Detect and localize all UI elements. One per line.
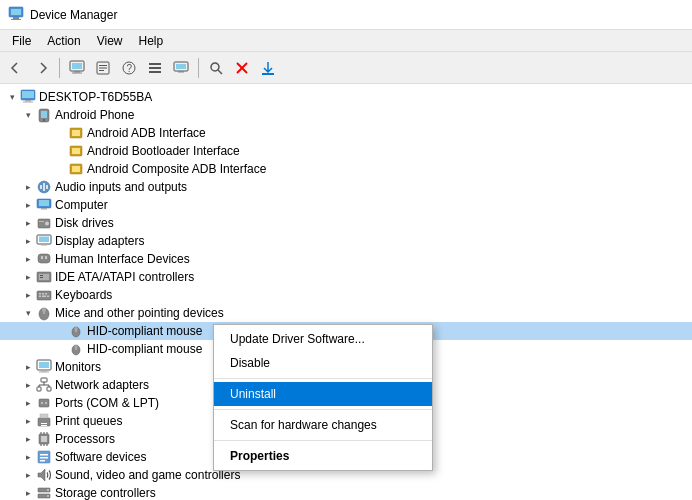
network-icon bbox=[36, 377, 52, 393]
mice-icon bbox=[36, 305, 52, 321]
tree-item-disk[interactable]: ▸ Disk drives bbox=[0, 214, 692, 232]
svg-line-21 bbox=[218, 70, 222, 74]
display-icon bbox=[36, 233, 52, 249]
mouse-device-icon bbox=[68, 323, 84, 339]
forward-button[interactable] bbox=[30, 56, 54, 80]
toolbar: ? bbox=[0, 52, 692, 84]
processors-label: Processors bbox=[55, 432, 115, 446]
context-properties[interactable]: Properties bbox=[214, 444, 432, 468]
help-button[interactable]: ? bbox=[117, 56, 141, 80]
svg-rect-100 bbox=[40, 460, 45, 462]
monitors-label: Monitors bbox=[55, 360, 101, 374]
svg-text:?: ? bbox=[127, 63, 133, 74]
tree-item-display[interactable]: ▸ Display adapters bbox=[0, 232, 692, 250]
svg-rect-15 bbox=[149, 67, 161, 69]
title-bar: Device Manager bbox=[0, 0, 692, 30]
audio-label: Audio inputs and outputs bbox=[55, 180, 187, 194]
svg-point-43 bbox=[45, 222, 49, 226]
bootloader-icon bbox=[68, 143, 84, 159]
keyboard-icon bbox=[36, 287, 52, 303]
svg-rect-56 bbox=[39, 293, 41, 295]
properties-button[interactable] bbox=[91, 56, 115, 80]
tree-item-composite[interactable]: ▸ Android Composite ADB Interface bbox=[0, 160, 692, 178]
expand-icon: ▸ bbox=[20, 467, 36, 483]
storage-label: Storage controllers bbox=[55, 486, 156, 500]
scan-button[interactable] bbox=[204, 56, 228, 80]
tree-item-android[interactable]: ▾ Android Phone bbox=[0, 106, 692, 124]
tree-item-hid[interactable]: ▸ Human Interface Devices bbox=[0, 250, 692, 268]
tree-item-keyboards[interactable]: ▸ Keyboards bbox=[0, 286, 692, 304]
root-label: DESKTOP-T6D55BA bbox=[39, 90, 152, 104]
ports-icon bbox=[36, 395, 52, 411]
tree-item-computer[interactable]: ▸ Computer bbox=[0, 196, 692, 214]
tree-item-adb[interactable]: ▸ Android ADB Interface bbox=[0, 124, 692, 142]
expand-icon: ▸ bbox=[20, 395, 36, 411]
svg-rect-11 bbox=[99, 70, 104, 71]
adb-icon bbox=[68, 125, 84, 141]
svg-rect-87 bbox=[41, 423, 47, 424]
svg-rect-53 bbox=[40, 275, 43, 276]
svg-rect-33 bbox=[72, 130, 80, 136]
expand-icon: ▸ bbox=[20, 251, 36, 267]
context-update-driver[interactable]: Update Driver Software... bbox=[214, 327, 432, 351]
svg-rect-58 bbox=[45, 293, 47, 295]
expand-icon: ▸ bbox=[20, 377, 36, 393]
context-menu: Update Driver Software... Disable Uninst… bbox=[213, 324, 433, 471]
svg-rect-77 bbox=[47, 387, 51, 391]
expand-icon: ▸ bbox=[20, 413, 36, 429]
keyboards-label: Keyboards bbox=[55, 288, 112, 302]
tree-item-audio[interactable]: ▸ Audio inputs and outputs bbox=[0, 178, 692, 196]
svg-rect-54 bbox=[40, 277, 43, 278]
ide-label: IDE ATA/ATAPI controllers bbox=[55, 270, 194, 284]
expand-icon: ▸ bbox=[20, 449, 36, 465]
svg-rect-30 bbox=[41, 111, 47, 118]
svg-rect-99 bbox=[40, 457, 48, 459]
monitor-button[interactable] bbox=[169, 56, 193, 80]
expand-icon: ▾ bbox=[4, 89, 20, 105]
context-uninstall[interactable]: Uninstall bbox=[214, 382, 432, 406]
svg-rect-27 bbox=[25, 100, 31, 102]
svg-rect-5 bbox=[72, 63, 82, 69]
menu-file[interactable]: File bbox=[4, 32, 39, 50]
remove-button[interactable] bbox=[230, 56, 254, 80]
context-sep-3 bbox=[214, 440, 432, 441]
print-label: Print queues bbox=[55, 414, 122, 428]
driver-button[interactable] bbox=[256, 56, 280, 80]
svg-rect-35 bbox=[72, 148, 80, 154]
hid-label: Human Interface Devices bbox=[55, 252, 190, 266]
svg-rect-28 bbox=[23, 102, 33, 103]
menu-action[interactable]: Action bbox=[39, 32, 88, 50]
back-button[interactable] bbox=[4, 56, 28, 80]
tree-item-bootloader[interactable]: ▸ Android Bootloader Interface bbox=[0, 142, 692, 160]
tree-item-storage[interactable]: ▸ Storage controllers bbox=[0, 484, 692, 500]
svg-rect-14 bbox=[149, 63, 161, 65]
title-bar-icon bbox=[8, 5, 24, 24]
network-label: Network adapters bbox=[55, 378, 149, 392]
svg-rect-74 bbox=[39, 372, 49, 373]
disk-label: Disk drives bbox=[55, 216, 114, 230]
processor-icon bbox=[36, 431, 52, 447]
svg-rect-37 bbox=[72, 166, 80, 172]
composite-icon bbox=[68, 161, 84, 177]
svg-rect-9 bbox=[99, 65, 107, 66]
software-label: Software devices bbox=[55, 450, 146, 464]
svg-rect-47 bbox=[41, 244, 47, 246]
menu-view[interactable]: View bbox=[89, 32, 131, 50]
svg-rect-44 bbox=[39, 221, 44, 222]
expand-icon: ▸ bbox=[20, 431, 36, 447]
svg-rect-98 bbox=[40, 454, 48, 456]
hid-icon bbox=[36, 251, 52, 267]
menu-help[interactable]: Help bbox=[131, 32, 172, 50]
context-scan[interactable]: Scan for hardware changes bbox=[214, 413, 432, 437]
android-label: Android Phone bbox=[55, 108, 134, 122]
svg-rect-67 bbox=[75, 327, 78, 331]
tree-item-ide[interactable]: ▸ IDE ATA/ATAPI controllers bbox=[0, 268, 692, 286]
tree-item-root[interactable]: ▾ DESKTOP-T6D55BA bbox=[0, 88, 692, 106]
computer-button[interactable] bbox=[65, 56, 89, 80]
tree-item-mice[interactable]: ▾ Mice and other pointing devices bbox=[0, 304, 692, 322]
list-button[interactable] bbox=[143, 56, 167, 80]
ports-label: Ports (COM & LPT) bbox=[55, 396, 159, 410]
context-disable[interactable]: Disable bbox=[214, 351, 432, 375]
computer-sm-icon bbox=[36, 197, 52, 213]
sound-icon bbox=[36, 467, 52, 483]
